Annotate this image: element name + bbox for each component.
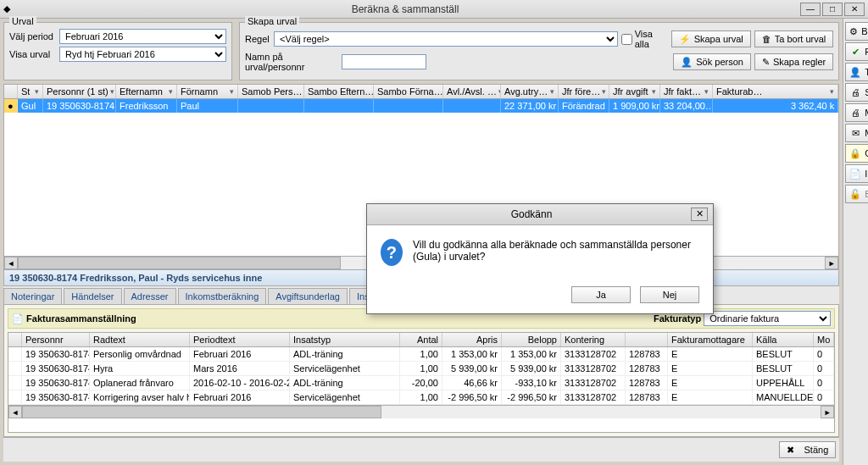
fakturatyp-label: Fakturatyp (654, 313, 701, 324)
gear-icon: ⚙ (849, 25, 858, 37)
dialog-title: Godkänn (372, 208, 691, 220)
invoice-row[interactable]: 19 350630-8174 Personlig omvårdnad Febru… (8, 347, 834, 362)
tab-noteringar[interactable]: Noteringar (3, 288, 62, 304)
dialog-close-button[interactable]: ✕ (691, 208, 708, 221)
skriv-ut-button[interactable]: 🖨Skriv ut urval (845, 83, 868, 102)
tab-handelser[interactable]: Händelser (64, 288, 121, 304)
massutskrift-button[interactable]: 🖨Massutskrift (845, 103, 868, 122)
app-icon: ◆ (3, 3, 10, 14)
regel-select[interactable]: <Välj regel> (274, 31, 618, 47)
ta-bort-urval-button[interactable]: 🗑Ta bort urval (754, 30, 834, 47)
unlock-icon: 🔓 (849, 188, 861, 200)
file-icon: 📄 (849, 168, 861, 180)
person-icon: 👤 (681, 57, 693, 68)
visa-urval-select[interactable]: Ryd htj Februari 2016 (59, 47, 226, 62)
invoice-row[interactable]: 19 350630-8174 Hyra Mars 2016 Serviceläg… (8, 362, 834, 376)
berakna-button[interactable]: ⚙Beräkna/Sammanställ (845, 22, 868, 41)
fellista-button[interactable]: ✔Fellista (845, 42, 868, 61)
fakturatyp-select[interactable]: Ordinarie faktura (704, 311, 831, 326)
skapa-regler-button[interactable]: ✎Skapa regler (754, 53, 833, 70)
wand-icon: ✎ (762, 57, 770, 68)
namn-label: Namn på urval/personnr (245, 52, 338, 72)
lightning-icon: ⚡ (679, 34, 691, 45)
skapa-urval-fieldset: Skapa urval Regel <Välj regel> Visa alla… (239, 22, 839, 80)
namn-input[interactable] (342, 54, 426, 69)
valj-period-label: Välj period (9, 31, 56, 42)
trash-icon: 🗑 (762, 34, 771, 44)
tab-inkomst[interactable]: Inkomstberäkning (178, 288, 267, 304)
invoice-panel: 📄 Fakturasammanställning Fakturatyp Ordi… (3, 305, 839, 437)
close-icon: ✖ (787, 445, 794, 456)
window-title: Beräkna & sammanställ (10, 3, 800, 15)
close-button[interactable]: ✕ (844, 3, 865, 16)
integrationsfil-button[interactable]: 📄Integrationsfil (845, 164, 868, 183)
person-remove-icon: 👤 (849, 66, 861, 78)
table-row[interactable]: ● Gul 19 350630-8174 Fredriksson Paul 22… (4, 99, 838, 113)
lock-icon: 🔒 (849, 147, 861, 159)
tab-avgiftsunderlag[interactable]: Avgiftsunderlag (268, 288, 348, 304)
action-panel: ⚙Beräkna/Sammanställ ✔Fellista 👤Ta bort … (843, 19, 868, 465)
dialog-message: Vill du godkänna alla beräknade och samm… (413, 239, 699, 263)
ta-bort-person-button[interactable]: 👤Ta bort person (845, 63, 868, 81)
invoice-row[interactable]: 19 350630-8174 Korrigering avser halv hy… (8, 390, 834, 405)
invoice-row[interactable]: 19 350630-8174 Oplanerad frånvaro 2016-0… (8, 376, 834, 390)
backa-status-button: 🔓Backa status (845, 185, 868, 203)
stang-button[interactable]: ✖ Stäng (779, 441, 836, 458)
question-icon: ? (381, 239, 403, 266)
regel-label: Regel (245, 34, 270, 44)
printer-icon: 🖨 (849, 86, 861, 98)
minimize-button[interactable]: — (800, 3, 821, 16)
document-icon: 📄 (12, 313, 24, 324)
check-icon: ✔ (849, 46, 861, 58)
printer-icon: 🖨 (849, 107, 861, 119)
ja-button[interactable]: Ja (571, 286, 631, 303)
urval-fieldset: Urval Välj period Februari 2016 Visa urv… (3, 22, 232, 80)
mail-icon: ✉ (849, 127, 861, 139)
invoice-grid[interactable]: Personnr Radtext Periodtext Insatstyp An… (8, 332, 835, 433)
invoice-scroll-h[interactable]: ◄► (8, 405, 834, 418)
meddelande-button[interactable]: ✉Meddelande (845, 124, 868, 142)
sok-person-button[interactable]: 👤Sök person (673, 53, 751, 70)
visa-urval-label: Visa urval (9, 49, 56, 59)
maximize-button[interactable]: □ (822, 3, 843, 16)
skapa-urval-button[interactable]: ⚡Skapa urval (671, 30, 751, 47)
visa-alla-checkbox[interactable]: Visa alla (621, 29, 668, 49)
title-bar: ◆ Beräkna & sammanställ — □ ✕ (0, 0, 868, 19)
confirm-dialog: Godkänn ✕ ? Vill du godkänna alla beräkn… (366, 203, 714, 314)
tab-adresser[interactable]: Adresser (124, 288, 176, 304)
godkann-button[interactable]: 🔒Godkänn (845, 144, 868, 163)
invoice-title: Fakturasammanställning (26, 313, 136, 324)
nej-button[interactable]: Nej (640, 286, 699, 303)
valj-period-select[interactable]: Februari 2016 (59, 29, 226, 44)
